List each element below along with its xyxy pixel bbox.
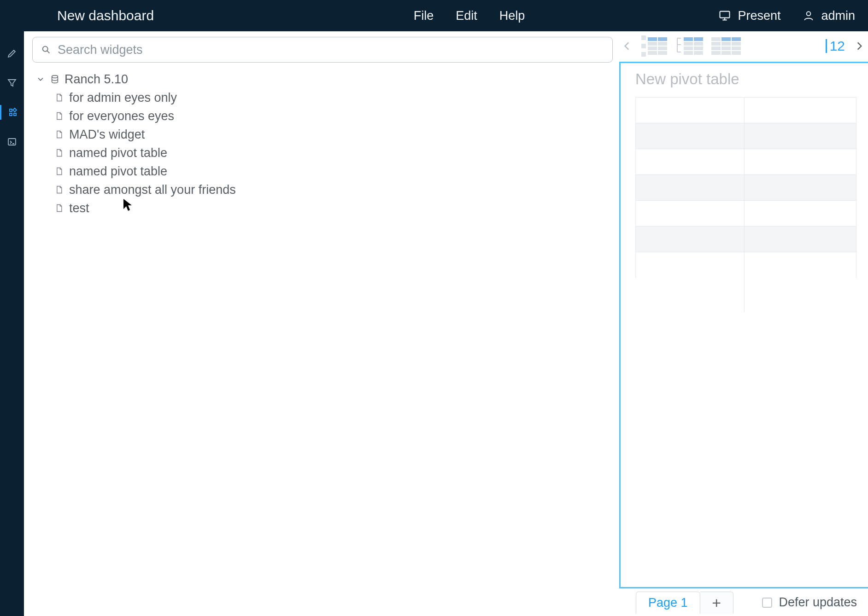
widgets-tool-icon bbox=[7, 107, 18, 118]
user-menu[interactable]: admin bbox=[803, 9, 855, 23]
tree-item[interactable]: for admin eyes only bbox=[32, 88, 613, 107]
tree-item[interactable]: for everyones eyes bbox=[32, 107, 613, 125]
widgets-tool-button[interactable] bbox=[0, 105, 24, 120]
tree-item[interactable]: named pivot table bbox=[32, 144, 613, 162]
monitor-icon bbox=[718, 9, 731, 22]
menu-file[interactable]: File bbox=[414, 9, 434, 23]
page-tab[interactable]: Page 1 bbox=[636, 592, 700, 614]
widget-type-toolbar: 12 bbox=[618, 31, 868, 61]
chevron-down-icon bbox=[36, 75, 45, 84]
filter-tool-button[interactable] bbox=[0, 76, 24, 90]
tree-item-label: for admin eyes only bbox=[69, 91, 177, 105]
svg-point-3 bbox=[43, 46, 48, 52]
viz-type-tree-table[interactable] bbox=[675, 35, 703, 57]
file-icon bbox=[54, 111, 64, 121]
row-count-value: 12 bbox=[826, 39, 845, 53]
user-label: admin bbox=[821, 9, 855, 23]
present-button[interactable]: Present bbox=[718, 9, 780, 23]
tree-item-label: named pivot table bbox=[69, 146, 167, 160]
viz-type-pivot[interactable] bbox=[711, 37, 741, 55]
left-rail bbox=[0, 31, 24, 616]
file-icon bbox=[54, 148, 64, 157]
dashboard-title: New dashboard bbox=[57, 8, 154, 23]
chevron-left-icon[interactable] bbox=[621, 40, 633, 52]
app-header: New dashboard File Edit Help Present adm… bbox=[0, 0, 868, 31]
present-label: Present bbox=[738, 9, 780, 23]
tree-item[interactable]: MAD's widget bbox=[32, 125, 613, 144]
tree-item-label: share amongst all your friends bbox=[69, 183, 236, 197]
page-tabs: Page 1 + bbox=[636, 592, 733, 614]
search-widgets-input[interactable] bbox=[58, 43, 604, 57]
file-icon bbox=[54, 167, 64, 176]
file-icon bbox=[54, 93, 64, 102]
canvas-panel: 12 New pivot table Page 1 + bbox=[618, 31, 868, 616]
widget-title: New pivot table bbox=[635, 70, 868, 88]
main-menu: File Edit Help bbox=[414, 9, 525, 23]
chevron-right-icon[interactable] bbox=[853, 40, 865, 52]
edit-tool-button[interactable] bbox=[0, 46, 24, 61]
tree-root[interactable]: Ranch 5.10 bbox=[32, 70, 613, 88]
selected-widget-frame[interactable]: New pivot table bbox=[619, 62, 868, 588]
file-icon bbox=[54, 203, 64, 213]
tree-item[interactable]: test bbox=[32, 199, 613, 217]
file-icon bbox=[54, 130, 64, 139]
tree-root-label: Ranch 5.10 bbox=[65, 72, 128, 87]
widget-browser-panel: Ranch 5.10 for admin eyes only for every… bbox=[24, 31, 618, 616]
tree-item-label: test bbox=[69, 201, 89, 215]
menu-edit[interactable]: Edit bbox=[456, 9, 477, 23]
widget-tree: Ranch 5.10 for admin eyes only for every… bbox=[32, 70, 613, 217]
database-icon bbox=[50, 74, 60, 84]
search-widgets-field[interactable] bbox=[32, 37, 613, 63]
tree-item-label: for everyones eyes bbox=[69, 109, 174, 123]
viz-type-table[interactable] bbox=[641, 35, 667, 57]
svg-point-1 bbox=[807, 12, 811, 16]
tree-item[interactable]: named pivot table bbox=[32, 162, 613, 180]
tree-item-label: named pivot table bbox=[69, 164, 167, 179]
svg-rect-0 bbox=[720, 12, 730, 18]
search-icon bbox=[41, 45, 51, 55]
defer-updates-label: Defer updates bbox=[779, 595, 857, 610]
tree-item[interactable]: share amongst all your friends bbox=[32, 180, 613, 199]
defer-updates-toggle[interactable]: Defer updates bbox=[762, 595, 857, 610]
checkbox-icon bbox=[762, 598, 772, 608]
add-page-button[interactable]: + bbox=[700, 592, 733, 614]
footer-bar: Page 1 + Defer updates bbox=[618, 588, 868, 616]
tree-prefix-icon bbox=[675, 35, 682, 57]
console-tool-icon bbox=[6, 136, 18, 147]
console-tool-button[interactable] bbox=[0, 134, 24, 149]
filter-tool-icon bbox=[6, 77, 18, 88]
svg-rect-2 bbox=[8, 139, 16, 145]
pivot-skeleton bbox=[635, 97, 868, 278]
menu-help[interactable]: Help bbox=[499, 9, 525, 23]
user-icon bbox=[803, 10, 815, 22]
edit-tool-icon bbox=[6, 48, 18, 59]
tree-item-label: MAD's widget bbox=[69, 128, 145, 142]
file-icon bbox=[54, 185, 64, 194]
svg-point-4 bbox=[52, 76, 58, 78]
